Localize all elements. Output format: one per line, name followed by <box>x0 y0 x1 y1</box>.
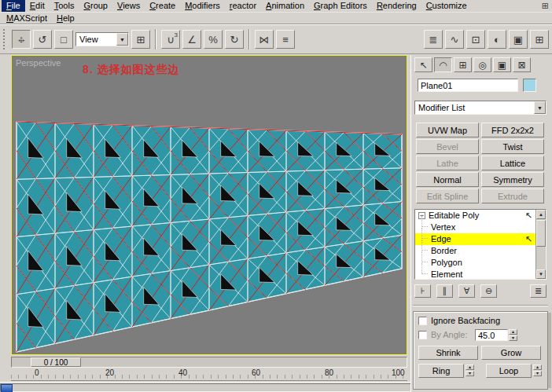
schematic-view-button[interactable]: ⊡ <box>466 30 485 49</box>
menu-item-maxscript[interactable]: MAXScript <box>2 13 52 24</box>
menu-item-create[interactable]: Create <box>145 0 180 12</box>
make-unique-button[interactable]: ∀ <box>458 284 475 298</box>
object-color-swatch[interactable] <box>523 79 536 92</box>
spinner-snap-button[interactable]: ↻ <box>225 30 244 49</box>
ffd-2x2x2-button[interactable]: FFD 2x2x2 <box>481 123 544 137</box>
reference-coordinate-combo[interactable]: View ▼ <box>75 32 129 46</box>
stack-item-border[interactable]: Border <box>415 245 546 257</box>
time-slider-thumb[interactable]: 0 / 100 <box>31 357 81 367</box>
toolbar-separator <box>248 29 250 49</box>
stack-scrollbar[interactable]: ▲ ▼ <box>535 210 546 279</box>
horizontal-scrollbar-thumb[interactable] <box>1 384 13 392</box>
perspective-viewport[interactable]: Perspective 8. 选择如图这些边 <box>11 55 407 355</box>
spin-down-icon[interactable]: ▾ <box>533 371 542 376</box>
modifier-list-dropdown[interactable]: Modifier List ▼ <box>414 101 546 115</box>
quick-render-button[interactable]: ⊞ <box>530 30 549 49</box>
twist-button[interactable]: Twist <box>481 139 544 154</box>
mirror-button[interactable]: ⋈ <box>255 30 274 49</box>
object-name-input[interactable] <box>418 79 518 92</box>
combo-dropdown-icon[interactable]: ▼ <box>116 33 128 46</box>
display-tab[interactable]: ▣ <box>493 57 511 72</box>
bevel-button[interactable]: Bevel <box>416 139 479 154</box>
menu-item-rendering[interactable]: Rendering <box>372 0 421 12</box>
extrude-button[interactable]: Extrude <box>481 189 544 203</box>
scroll-up-icon[interactable]: ▲ <box>536 210 546 219</box>
stack-item-element[interactable]: Element <box>415 269 546 280</box>
configure-modifier-sets-button[interactable]: ≣ <box>530 284 546 298</box>
menu-item-reactor[interactable]: reactor <box>225 0 261 12</box>
symmetry-button[interactable]: Symmetry <box>481 172 544 187</box>
stack-item-editable-poly[interactable]: −Editable Poly ↖ <box>415 210 546 222</box>
stack-item-edge[interactable]: Edge↖ <box>415 233 546 245</box>
grow-button[interactable]: Grow <box>481 346 541 360</box>
modifier-stack-toolbar: ⊦ ∥ ∀ ⊖ ≣ <box>414 284 546 298</box>
menu-item-modifiers[interactable]: Modifiers <box>180 0 225 12</box>
ring-button[interactable]: Ring <box>418 364 464 378</box>
track-tick-40: 40 <box>178 368 187 377</box>
normal-button[interactable]: Normal <box>416 172 479 187</box>
select-and-move-button[interactable]: ↔↕ <box>12 30 31 49</box>
modifier-list-dropdown-icon[interactable]: ▼ <box>534 101 546 114</box>
menu-item-tools[interactable]: Tools <box>50 0 79 12</box>
menu-item-group[interactable]: Group <box>79 0 112 12</box>
stack-item-label: Edge <box>431 234 451 244</box>
lattice-button[interactable]: Lattice <box>481 156 544 170</box>
select-and-scale-button[interactable]: □ <box>54 30 73 49</box>
menu-item-help[interactable]: Help <box>52 13 79 24</box>
use-center-button[interactable]: ⊞ <box>131 30 150 49</box>
select-and-rotate-button[interactable]: ↺ <box>33 30 52 49</box>
menu-item-graph-editors[interactable]: Graph Editors <box>309 0 372 12</box>
percent-snap-button[interactable]: % <box>204 30 223 49</box>
hierarchy-tab[interactable]: ⊞ <box>454 57 472 72</box>
tree-branch <box>421 228 428 239</box>
editable-poly-mesh[interactable] <box>12 56 407 354</box>
by-angle-checkbox[interactable] <box>418 331 427 339</box>
menu-item-customize[interactable]: Customize <box>421 0 472 12</box>
snap-toggle-button[interactable]: ∪3 <box>161 30 180 49</box>
tutorial-annotation: 8. 选择如图这些边 <box>83 63 180 77</box>
stack-scrollbar-thumb[interactable] <box>536 220 546 247</box>
align-button[interactable]: ≡ <box>276 30 295 49</box>
create-tab[interactable]: ↖ <box>414 57 432 72</box>
loop-button[interactable]: Loop <box>486 364 532 378</box>
command-panel-tabs: ↖ ◠ ⊞ ◎ ▣ ⊠ <box>414 57 531 72</box>
stack-item-polygon[interactable]: Polygon <box>415 257 546 269</box>
edit-spline-button[interactable]: Edit Spline <box>416 189 479 203</box>
spin-down-icon[interactable]: ▾ <box>466 371 474 376</box>
time-slider-track[interactable]: 0 / 100 <box>11 357 407 368</box>
uvw-map-button[interactable]: UVW Map <box>416 123 479 137</box>
track-bar[interactable]: 0 20 40 60 80 100 <box>11 368 407 381</box>
panel-scrollbar[interactable] <box>548 313 551 388</box>
ring-spinner[interactable]: ▴ ▾ <box>466 365 474 376</box>
layer-manager-button[interactable]: ≣ <box>424 30 443 49</box>
modify-tab[interactable]: ◠ <box>434 57 452 72</box>
menu-item-file[interactable]: File <box>2 0 25 12</box>
angle-snap-button[interactable]: ∠ <box>182 30 201 49</box>
ignore-backfacing-checkbox[interactable] <box>418 317 427 325</box>
motion-tab[interactable]: ◎ <box>473 57 491 72</box>
toolbar-drag-handle[interactable] <box>3 29 6 49</box>
utilities-tab[interactable]: ⊠ <box>513 57 531 72</box>
by-angle-input[interactable] <box>475 329 508 341</box>
pin-stack-button[interactable]: ⊦ <box>414 284 431 298</box>
loop-spinner[interactable]: ▴ ▾ <box>533 365 542 376</box>
menu-item-edit[interactable]: Edit <box>25 0 50 12</box>
viewport-label[interactable]: Perspective <box>16 58 61 68</box>
lathe-button[interactable]: Lathe <box>416 156 479 170</box>
spin-down-icon[interactable]: ▾ <box>509 335 517 341</box>
shrink-button[interactable]: Shrink <box>418 346 478 360</box>
scroll-down-icon[interactable]: ▼ <box>536 269 546 279</box>
menu-item-views[interactable]: Views <box>112 0 145 12</box>
spin-up-icon[interactable]: ▴ <box>466 365 474 370</box>
stack-item-vertex[interactable]: Vertex <box>415 222 546 233</box>
show-end-result-button[interactable]: ∥ <box>436 284 453 298</box>
material-editor-button[interactable]: ◐ <box>488 30 506 49</box>
by-angle-spinner[interactable]: ▴ ▾ <box>509 329 517 341</box>
spin-up-icon[interactable]: ▴ <box>509 329 517 335</box>
curve-editor-button[interactable]: ∿ <box>445 30 464 49</box>
menu-item-animation[interactable]: Animation <box>261 0 309 12</box>
stack-root-label: Editable Poly <box>429 211 479 220</box>
remove-modifier-button[interactable]: ⊖ <box>480 284 497 298</box>
spin-up-icon[interactable]: ▴ <box>533 365 542 370</box>
render-scene-button[interactable]: ▣ <box>509 30 528 49</box>
